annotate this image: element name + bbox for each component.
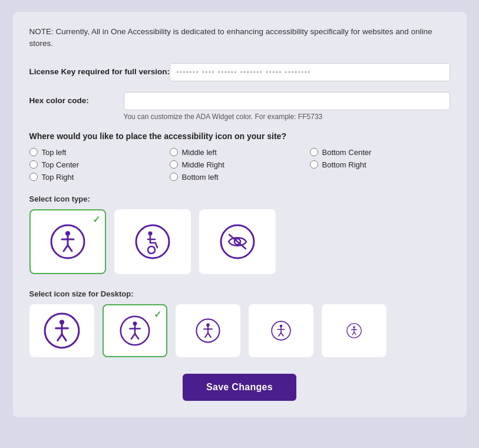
placement-section: Where would you like to place the access… xyxy=(29,131,450,182)
svg-line-22 xyxy=(131,334,134,339)
accessibility-icon-3 xyxy=(220,224,255,259)
svg-line-17 xyxy=(62,334,66,340)
note-text: NOTE: Currently, All in One Accessibilit… xyxy=(29,26,450,50)
icon-type-2[interactable] xyxy=(114,209,191,274)
main-container: NOTE: Currently, All in One Accessibilit… xyxy=(13,12,467,417)
placement-question: Where would you like to place the access… xyxy=(29,131,450,141)
svg-line-11 xyxy=(229,235,246,249)
icon-type-1[interactable]: ✓ xyxy=(29,209,106,274)
license-input[interactable] xyxy=(170,63,450,81)
icon-size-2[interactable]: ✓ xyxy=(103,304,167,357)
license-input-wrap xyxy=(170,63,450,81)
radio-bottom-center[interactable]: Bottom Center xyxy=(310,148,450,157)
icon-size-section: Select icon size for Desktop: ✓ xyxy=(29,289,450,357)
svg-line-41 xyxy=(354,332,356,334)
radio-middle-right[interactable]: Middle Right xyxy=(170,160,310,169)
icon-type-row: ✓ xyxy=(29,209,450,274)
icon-size-4[interactable] xyxy=(249,304,313,357)
svg-point-8 xyxy=(148,246,155,253)
size-icon-4 xyxy=(271,321,291,341)
icon-type-section: Select icon type: ✓ xyxy=(29,195,450,274)
svg-line-40 xyxy=(352,332,354,334)
license-field-row: License Key required for full version: xyxy=(29,63,450,81)
hex-color-input[interactable] xyxy=(124,92,450,110)
radio-top-left[interactable]: Top left xyxy=(29,148,170,157)
icon-type-3[interactable] xyxy=(199,209,276,274)
radio-top-right[interactable]: Top Right xyxy=(29,173,170,182)
svg-line-4 xyxy=(64,245,68,251)
license-label: License Key required for full version: xyxy=(29,63,170,78)
svg-line-35 xyxy=(281,332,283,336)
save-button[interactable]: Save Changes xyxy=(183,374,296,401)
hex-color-hint: You can customize the ADA Widget color. … xyxy=(124,113,450,121)
svg-line-29 xyxy=(208,333,211,337)
radio-bottom-left[interactable]: Bottom left xyxy=(170,173,310,182)
save-button-wrap: Save Changes xyxy=(29,374,450,401)
check-icon-type-1: ✓ xyxy=(93,214,100,225)
accessibility-icon-2 xyxy=(135,224,170,259)
svg-point-7 xyxy=(148,231,152,235)
size-icon-2 xyxy=(120,315,150,346)
svg-line-5 xyxy=(68,245,72,251)
icon-size-label: Select icon size for Desktop: xyxy=(29,289,450,298)
svg-line-23 xyxy=(135,334,138,339)
svg-line-16 xyxy=(57,334,61,340)
size-icon-1 xyxy=(44,312,80,349)
size-icon-5 xyxy=(346,323,362,338)
svg-line-34 xyxy=(279,332,281,336)
icon-size-5[interactable] xyxy=(322,304,386,357)
hex-color-input-wrap: You can customize the ADA Widget color. … xyxy=(124,92,450,121)
svg-line-28 xyxy=(205,333,208,337)
radio-bottom-right[interactable]: Bottom Right xyxy=(310,160,450,169)
accessibility-icon-1 xyxy=(50,224,85,259)
placement-options: Top left Middle left Bottom Center Top C… xyxy=(29,148,450,182)
icon-type-label: Select icon type: xyxy=(29,195,450,203)
size-icon-3 xyxy=(196,318,220,343)
check-icon-size-2: ✓ xyxy=(154,309,161,320)
icon-size-3[interactable] xyxy=(176,304,240,357)
radio-top-center[interactable]: Top Center xyxy=(29,160,170,169)
icon-size-row: ✓ xyxy=(29,304,450,357)
icon-size-1[interactable] xyxy=(29,304,94,357)
hex-color-label: Hex color code: xyxy=(29,92,124,107)
radio-middle-left[interactable]: Middle left xyxy=(170,148,310,157)
hex-color-field-row: Hex color code: You can customize the AD… xyxy=(29,92,450,121)
